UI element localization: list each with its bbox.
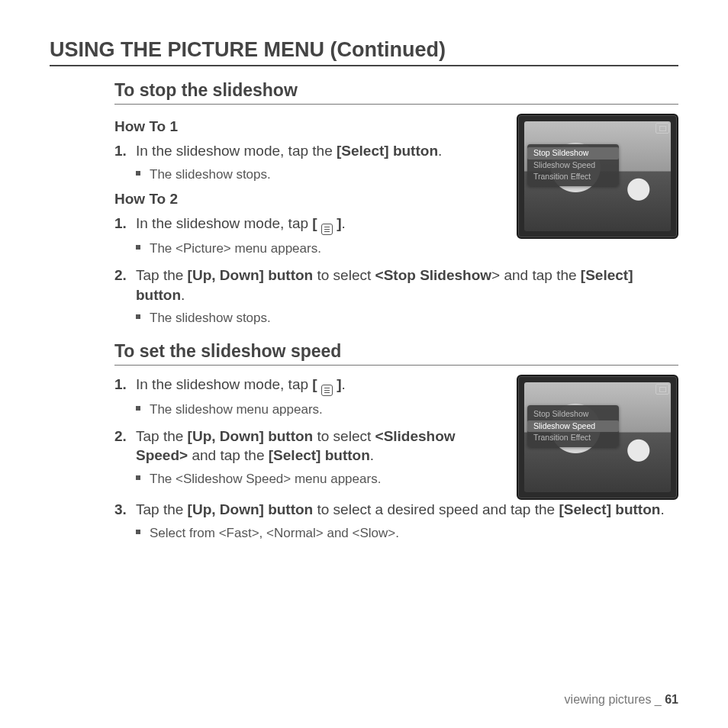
page-title: USING THE PICTURE MENU (Continued) xyxy=(50,38,678,66)
bullet: The <Picture> menu appears. xyxy=(136,240,503,258)
bullet: The slideshow stops. xyxy=(136,166,503,184)
step-1: 1. In the slideshow mode, tap [ ]. The <… xyxy=(114,214,503,258)
page-number: 61 xyxy=(665,693,678,706)
step-text: In the slideshow mode, tap [ ]. xyxy=(136,376,346,392)
section-heading: To stop the slideshow xyxy=(114,80,678,105)
step-text: Tap the [Up, Down] button to select a de… xyxy=(136,501,665,517)
device-menu: Stop Sildeshow Slideshow Speed Transitio… xyxy=(527,405,619,447)
device-menu-item: Slideshow Speed xyxy=(527,420,619,433)
step-text: Tap the [Up, Down] button to select <Sto… xyxy=(136,267,633,303)
picture-mode-icon xyxy=(656,384,669,395)
bullet: The slideshow menu appears. xyxy=(136,401,503,419)
step-text: In the slideshow mode, tap [ ]. xyxy=(136,215,346,231)
picture-mode-icon xyxy=(656,123,669,134)
section-slideshow-speed: To set the slideshow speed 1. In the sli… xyxy=(50,341,678,542)
device-figure-2: Stop Sildeshow Slideshow Speed Transitio… xyxy=(517,375,678,500)
section-heading: To set the slideshow speed xyxy=(114,341,678,366)
step-3: 3. Tap the [Up, Down] button to select a… xyxy=(114,500,678,542)
bullet: The slideshow stops. xyxy=(136,309,678,327)
howto-1-label: How To 1 xyxy=(114,118,503,135)
section-stop-slideshow: To stop the slideshow How To 1 1. In the… xyxy=(50,80,678,327)
device-menu-item: Transition Effect xyxy=(527,171,619,183)
bullet: Select from <Fast>, <Normal> and <Slow>. xyxy=(136,524,678,543)
device-menu-item: Stop Sildeshow xyxy=(527,408,619,420)
step-text: Tap the [Up, Down] button to select <Sli… xyxy=(136,428,456,464)
manual-page: USING THE PICTURE MENU (Continued) To st… xyxy=(0,0,728,728)
step-1: 1. In the slideshow mode, tap the [Selec… xyxy=(114,141,503,183)
device-menu-item: Stop Sildeshow xyxy=(527,147,619,159)
bullet: The <Slideshow Speed> menu appears. xyxy=(136,470,503,488)
menu-icon xyxy=(321,224,333,235)
step-1: 1. In the slideshow mode, tap [ ]. The s… xyxy=(114,375,503,419)
step-2: 2. Tap the [Up, Down] button to select <… xyxy=(114,427,503,488)
step-text: In the slideshow mode, tap the [Select] … xyxy=(136,143,442,159)
page-footer: viewing pictures _ 61 xyxy=(565,693,678,707)
device-menu-item: Slideshow Speed xyxy=(527,159,619,172)
device-figure-1: Stop Sildeshow Slideshow Speed Transitio… xyxy=(517,114,678,239)
step-2: 2. Tap the [Up, Down] button to select <… xyxy=(114,266,678,327)
section-body: 1. In the slideshow mode, tap [ ]. The s… xyxy=(114,375,678,542)
howto-2-label: How To 2 xyxy=(114,191,503,208)
device-menu-item: Transition Effect xyxy=(527,432,619,444)
menu-icon xyxy=(321,385,333,396)
section-body: How To 1 1. In the slideshow mode, tap t… xyxy=(114,114,678,327)
footer-section: viewing pictures xyxy=(565,693,652,706)
device-menu: Stop Sildeshow Slideshow Speed Transitio… xyxy=(527,144,619,186)
